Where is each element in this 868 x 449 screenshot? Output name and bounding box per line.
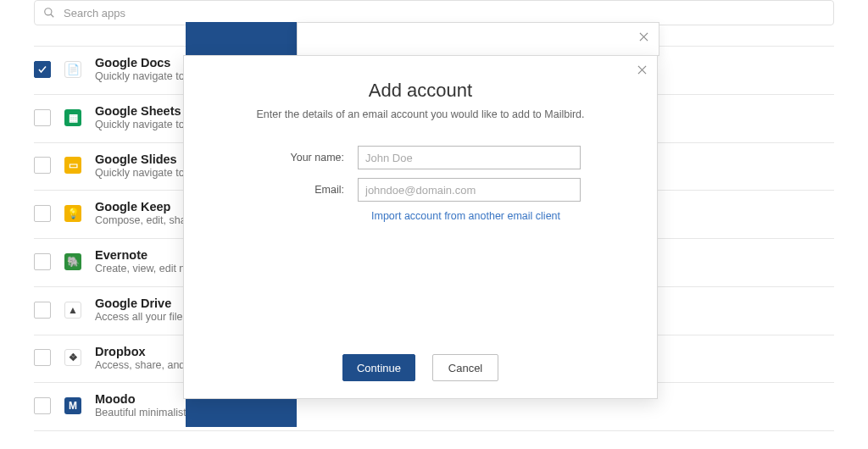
app-icon: ▦	[64, 109, 81, 126]
app-icon: ▭	[64, 157, 81, 174]
app-icon: 💡	[64, 205, 81, 222]
app-checkbox[interactable]	[34, 61, 51, 78]
your-name-label: Your name:	[218, 152, 358, 164]
app-checkbox[interactable]	[34, 109, 51, 126]
close-icon	[637, 65, 647, 75]
app-checkbox[interactable]	[34, 302, 51, 319]
continue-button[interactable]: Continue	[342, 354, 415, 381]
email-label: Email:	[218, 184, 358, 196]
svg-line-1	[51, 14, 54, 18]
close-button[interactable]	[633, 61, 650, 78]
cancel-button[interactable]: Cancel	[432, 354, 498, 381]
close-icon[interactable]	[635, 28, 652, 45]
your-name-input[interactable]	[358, 146, 581, 169]
app-icon: ❖	[64, 349, 81, 366]
import-account-link[interactable]: Import account from another email client	[371, 210, 560, 222]
background-dialog	[297, 22, 659, 56]
app-desc: Compose, edit, share	[95, 214, 196, 228]
app-text: Google KeepCompose, edit, share	[95, 199, 196, 228]
app-icon: ▲	[64, 302, 81, 319]
app-checkbox[interactable]	[34, 349, 51, 366]
app-checkbox[interactable]	[34, 205, 51, 222]
add-account-dialog: Add account Enter the details of an emai…	[183, 55, 658, 399]
svg-point-0	[45, 8, 52, 15]
app-icon: 📄	[64, 61, 81, 78]
app-checkbox[interactable]	[34, 397, 51, 414]
search-input[interactable]	[64, 7, 825, 19]
app-icon: 🐘	[64, 253, 81, 270]
email-input[interactable]	[358, 178, 581, 202]
dialog-title: Add account	[218, 80, 623, 102]
app-checkbox[interactable]	[34, 157, 51, 174]
dialog-subtitle: Enter the details of an email account yo…	[218, 108, 623, 120]
app-icon: M	[64, 397, 81, 414]
search-icon	[43, 7, 55, 19]
app-checkbox[interactable]	[34, 253, 51, 270]
app-name: Google Keep	[95, 199, 196, 214]
